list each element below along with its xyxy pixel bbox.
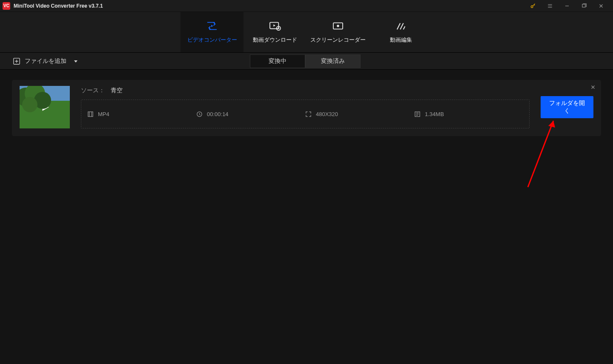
main-tabs: ビデオコンバーター 動画ダウンロード スクリーンレコーダー 動画編集 xyxy=(0,12,613,53)
source-value: 青空 xyxy=(111,87,123,94)
svg-point-13 xyxy=(22,97,37,112)
status-segment: 変換中 変換済み xyxy=(250,54,361,68)
resolution-icon xyxy=(305,111,312,117)
edit-icon xyxy=(395,21,407,31)
content-area: ソース： 青空 MP4 00:00:14 480X320 1. xyxy=(0,70,613,146)
add-file-icon xyxy=(13,57,20,65)
svg-marker-9 xyxy=(74,60,77,63)
svg-rect-1 xyxy=(582,4,585,7)
tab-label: 動画ダウンロード xyxy=(253,36,297,44)
video-thumbnail[interactable] xyxy=(20,86,70,128)
clock-icon xyxy=(196,111,203,117)
svg-marker-2 xyxy=(211,25,213,27)
add-file-label: ファイルを追加 xyxy=(25,57,66,65)
tab-video-edit[interactable]: 動画編集 xyxy=(370,12,433,52)
filesize-value: 1.34MB xyxy=(425,111,444,117)
download-icon xyxy=(269,21,281,31)
seg-converted[interactable]: 変換済み xyxy=(305,54,361,68)
converted-item-card: ソース： 青空 MP4 00:00:14 480X320 1. xyxy=(12,80,601,136)
svg-marker-4 xyxy=(273,24,275,27)
meta-format: MP4 xyxy=(87,111,196,117)
source-label: ソース： xyxy=(81,87,105,94)
titlebar: VC MiniTool Video Converter Free v3.7.1 xyxy=(0,0,613,12)
tab-screen-recorder[interactable]: スクリーンレコーダー xyxy=(306,12,370,52)
menu-icon[interactable] xyxy=(541,0,559,12)
record-icon xyxy=(332,21,344,31)
file-meta-box: MP4 00:00:14 480X320 1.34MB xyxy=(81,100,530,128)
resolution-value: 480X320 xyxy=(316,111,338,117)
thumbnail-image xyxy=(20,86,55,118)
convert-icon xyxy=(206,21,218,31)
minimize-icon[interactable] xyxy=(559,0,576,12)
svg-point-7 xyxy=(337,25,339,27)
meta-duration: 00:00:14 xyxy=(196,111,305,117)
svg-rect-15 xyxy=(88,111,93,116)
chevron-down-icon xyxy=(73,59,78,64)
app-logo: VC xyxy=(3,2,10,10)
meta-resolution: 480X320 xyxy=(305,111,414,117)
format-icon xyxy=(87,111,94,117)
key-icon[interactable] xyxy=(524,0,541,12)
close-icon[interactable] xyxy=(593,0,610,12)
open-folder-button[interactable]: フォルダを開く xyxy=(541,96,593,118)
toolbar: ファイルを追加 変換中 変換済み xyxy=(0,53,613,70)
duration-value: 00:00:14 xyxy=(207,111,229,117)
tab-label: 動画編集 xyxy=(390,36,412,44)
add-file-button[interactable]: ファイルを追加 xyxy=(13,57,78,65)
tab-label: スクリーンレコーダー xyxy=(310,36,366,44)
tab-video-download[interactable]: 動画ダウンロード xyxy=(243,12,306,52)
seg-converting[interactable]: 変換中 xyxy=(250,54,305,68)
filesize-icon xyxy=(414,111,421,117)
tab-label: ビデオコンバーター xyxy=(187,36,237,44)
meta-filesize: 1.34MB xyxy=(414,111,523,117)
maximize-icon[interactable] xyxy=(576,0,593,12)
tab-video-converter[interactable]: ビデオコンバーター xyxy=(180,12,243,52)
format-value: MP4 xyxy=(98,111,109,117)
app-title: MiniTool Video Converter Free v3.7.1 xyxy=(14,3,103,9)
remove-item-button[interactable] xyxy=(590,84,596,92)
